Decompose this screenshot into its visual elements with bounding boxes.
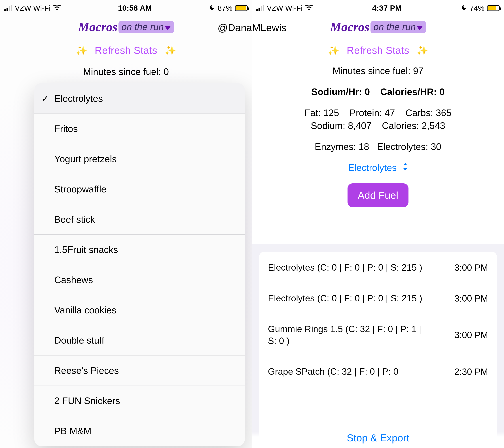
clock: 10:58 AM (118, 4, 152, 13)
twitter-handle: @DanaMLewis (218, 0, 287, 34)
picker-item[interactable]: ✓Electrolytes (34, 83, 245, 113)
sparkle-icon: ✨ (76, 45, 88, 56)
brand-name: Macros (330, 20, 370, 34)
history-row[interactable]: Electrolytes (C: 0 | F: 0 | P: 0 | S: 21… (268, 252, 488, 283)
sparkle-icon: ✨ (416, 45, 428, 56)
picker-item-label: 1.5Fruit snacks (54, 244, 118, 255)
picker-item[interactable]: 1.5Fruit snacks (34, 234, 245, 265)
sparkle-icon: ✨ (328, 45, 340, 56)
picker-item[interactable]: 2 FUN Snickers (34, 386, 245, 416)
wifi-icon (53, 4, 61, 13)
clock: 4:37 PM (372, 4, 401, 13)
wifi-icon (305, 4, 313, 13)
totals-row-1: Fat: 125 Protein: 47 Carbs: 365 Sodium: … (252, 106, 504, 132)
history-row[interactable]: Gummie Rings 1.5 (C: 32 | F: 0 | P: 1 | … (268, 314, 488, 356)
history-desc: Electrolytes (C: 0 | F: 0 | P: 0 | S: 21… (268, 262, 422, 274)
fuel-select[interactable]: Electrolytes (252, 161, 504, 174)
app-title: Macroson the run (252, 16, 504, 34)
picker-item[interactable]: Beef stick (34, 204, 245, 234)
fuel-picker-sheet[interactable]: ✓ElectrolytesFritosYogurt pretzelsStroop… (34, 83, 245, 446)
history-time: 3:00 PM (454, 330, 488, 340)
do-not-disturb-icon (209, 4, 215, 12)
checkmark-icon: ✓ (42, 93, 49, 104)
history-time: 3:00 PM (454, 262, 488, 273)
sparkle-icon: ✨ (164, 45, 176, 56)
history-desc: Electrolytes (C: 0 | F: 0 | P: 0 | S: 21… (268, 293, 422, 304)
history-time: 3:00 PM (454, 293, 488, 304)
minutes-since-fuel: Minutes since fuel: 97 (252, 64, 504, 77)
picker-item[interactable]: Fritos (34, 113, 245, 144)
signal-bars-icon (4, 5, 12, 11)
brand-tag: on the run (371, 21, 426, 33)
picker-item-label: Fritos (54, 123, 78, 134)
picker-item-label: Electrolytes (54, 93, 103, 104)
select-caret-icon (402, 161, 408, 174)
refresh-label: Refresh Stats (95, 44, 157, 56)
brand-name: Macros (78, 20, 118, 34)
history-section: Electrolytes (C: 0 | F: 0 | P: 0 | S: 21… (252, 244, 504, 448)
carrier-label: VZW Wi-Fi (15, 4, 51, 12)
triangle-icon (416, 26, 423, 30)
per-hour-row: Sodium/Hr: 0 Calories/HR: 0 (252, 85, 504, 98)
history-row[interactable]: Electrolytes (C: 0 | F: 0 | P: 0 | S: 21… (268, 283, 488, 314)
history-desc: Gummie Rings 1.5 (C: 32 | F: 0 | P: 1 | … (268, 323, 427, 347)
stop-export-button[interactable]: Stop & Export (252, 432, 504, 448)
refresh-stats-button[interactable]: ✨ Refresh Stats ✨ (0, 44, 252, 56)
status-bar: VZW Wi-Fi 10:58 AM 87% (0, 0, 252, 16)
stats-block: Minutes since fuel: 97 Sodium/Hr: 0 Calo… (252, 64, 504, 207)
picker-item-label: Stroopwaffle (54, 184, 106, 195)
history-row[interactable]: Grape SPatch (C: 32 | F: 0 | P: 02:30 PM (268, 356, 488, 387)
picker-item[interactable]: Reese's Pieces (34, 355, 245, 386)
picker-item-label: 2 FUN Snickers (54, 395, 120, 406)
picker-item-label: PB M&M (54, 426, 91, 436)
picker-item-label: Reese's Pieces (54, 365, 119, 376)
status-bar: VZW Wi-Fi 4:37 PM 74% (252, 0, 504, 16)
app-title: Macroson the run (0, 16, 252, 34)
picker-item-label: Vanilla cookies (54, 305, 116, 316)
picker-item[interactable]: PB M&M (34, 416, 245, 446)
phone-right: VZW Wi-Fi 4:37 PM 74% Macroson the run ✨ (252, 0, 504, 448)
picker-item[interactable]: Vanilla cookies (34, 295, 245, 325)
picker-item[interactable]: Stroopwaffle (34, 174, 245, 204)
minutes-since-fuel: Minutes since fuel: 0 (0, 66, 252, 77)
history-desc: Grape SPatch (C: 32 | F: 0 | P: 0 (268, 366, 398, 378)
picker-item-label: Beef stick (54, 214, 95, 225)
history-card: Electrolytes (C: 0 | F: 0 | P: 0 | S: 21… (259, 252, 497, 441)
refresh-label: Refresh Stats (347, 44, 409, 56)
picker-item-label: Cashews (54, 274, 93, 285)
picker-item[interactable]: Yogurt pretzels (34, 144, 245, 174)
add-fuel-button[interactable]: Add Fuel (347, 183, 408, 207)
totals-row-3: Enzymes: 18 Electrolytes: 30 (252, 140, 504, 153)
picker-item[interactable]: Cashews (34, 265, 245, 295)
history-time: 2:30 PM (454, 367, 488, 377)
triangle-icon (164, 26, 171, 30)
battery-icon (487, 5, 500, 11)
picker-item-label: Yogurt pretzels (54, 153, 117, 164)
do-not-disturb-icon (461, 4, 467, 12)
phone-left: VZW Wi-Fi 10:58 AM 87% Macroson the run (0, 0, 252, 448)
battery-fill (488, 6, 496, 10)
battery-percent: 74% (470, 4, 485, 12)
picker-item-label: Double stuff (54, 335, 104, 346)
fuel-select-value: Electrolytes (348, 162, 397, 173)
picker-item[interactable]: Double stuff (34, 325, 245, 355)
brand-tag: on the run (119, 21, 174, 33)
refresh-stats-button[interactable]: ✨ Refresh Stats ✨ (252, 44, 504, 56)
